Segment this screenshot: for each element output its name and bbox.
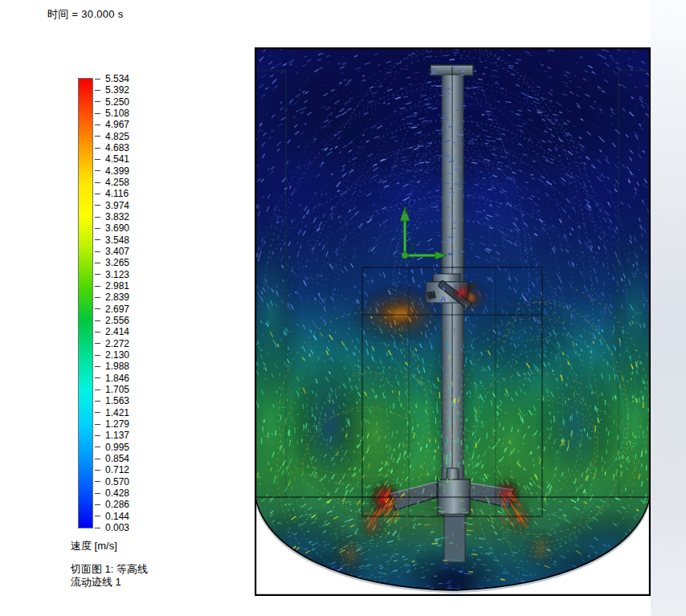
tick-mark [95, 274, 100, 275]
legend-tick: 4.116 [95, 189, 129, 198]
tick-mark [95, 424, 100, 425]
tick-value: 0.854 [105, 454, 129, 463]
tick-mark [95, 390, 100, 390]
tick-mark [95, 101, 100, 102]
legend-tick: 4.258 [95, 177, 129, 187]
tick-value: 4.967 [105, 120, 129, 129]
legend-tick: 3.407 [95, 247, 129, 256]
tick-value: 4.116 [105, 189, 129, 198]
legend-tick: 0.995 [95, 443, 129, 452]
tick-value: 1.279 [105, 419, 129, 429]
tick-value: 1.705 [105, 385, 129, 394]
legend-tick: 1.846 [95, 373, 129, 383]
flow-simulation-screen: { "header": { "time_label": "时间 = 30.000… [0, 0, 686, 616]
tick-value: 3.974 [105, 201, 129, 210]
tick-mark [95, 377, 100, 378]
tick-mark [95, 228, 100, 229]
legend-tick-list: 5.5345.3925.2505.1084.9674.8254.6834.541… [95, 78, 183, 528]
tick-value: 3.548 [105, 235, 129, 245]
tick-value: 0.286 [105, 500, 129, 509]
tick-value: 3.407 [105, 247, 129, 256]
flow-trajectories-canvas [255, 47, 651, 596]
tick-value: 3.832 [105, 212, 129, 222]
tick-mark [95, 113, 100, 114]
tick-value: 0.995 [105, 443, 129, 452]
tick-mark [95, 401, 100, 402]
tick-value: 1.421 [105, 408, 129, 418]
legend-tick: 2.981 [95, 281, 129, 291]
tick-value: 1.846 [105, 373, 129, 383]
tick-value: 5.250 [105, 97, 129, 107]
tick-value: 1.988 [105, 361, 129, 371]
tick-mark [95, 504, 100, 505]
tick-mark [95, 366, 100, 367]
tick-value: 2.981 [105, 281, 129, 291]
legend-tick: 0.428 [95, 488, 129, 498]
tick-mark [95, 124, 100, 125]
legend-tick: 3.265 [95, 258, 129, 267]
legend-tick: 1.421 [95, 408, 129, 418]
tick-value: 4.399 [105, 166, 129, 176]
tick-value: 0.003 [105, 523, 129, 532]
legend-tick: 4.399 [95, 166, 129, 176]
tick-value: 2.556 [105, 316, 129, 325]
tick-value: 4.541 [105, 154, 129, 164]
tick-value: 4.825 [105, 132, 129, 141]
tick-mark [95, 308, 100, 309]
legend-tick: 3.832 [95, 212, 129, 222]
tick-mark [95, 205, 100, 206]
tick-mark [95, 170, 100, 171]
tick-mark [95, 263, 100, 263]
legend-tick: 5.534 [95, 74, 129, 84]
legend-tick: 0.003 [95, 523, 129, 532]
tick-value: 2.130 [105, 350, 129, 360]
tick-mark [95, 447, 100, 447]
tick-mark [95, 412, 100, 413]
tick-mark [95, 516, 100, 516]
legend-tick: 3.974 [95, 201, 129, 210]
tick-mark [95, 251, 100, 252]
legend-tick: 3.123 [95, 270, 129, 279]
tick-mark [95, 148, 100, 149]
tick-mark [95, 470, 100, 471]
legend-tick: 1.279 [95, 419, 129, 429]
tick-value: 4.683 [105, 143, 129, 153]
tick-value: 2.272 [105, 339, 129, 349]
tick-mark [95, 297, 100, 298]
flow-viewport[interactable]: Y Z [255, 47, 651, 596]
legend-tick: 4.825 [95, 132, 129, 141]
tick-value: 5.392 [105, 85, 129, 95]
tick-mark [95, 194, 100, 194]
legend-tick: 1.988 [95, 361, 129, 371]
tick-value: 2.839 [105, 292, 129, 302]
legend-tick: 0.144 [95, 512, 129, 521]
tick-mark [95, 159, 100, 160]
viewport-background-gradient [651, 0, 686, 616]
tick-value: 0.712 [105, 465, 129, 475]
tick-mark [95, 332, 100, 332]
tick-value: 5.534 [105, 74, 129, 84]
tick-value: 1.563 [105, 396, 129, 406]
tick-value: 2.414 [105, 327, 129, 337]
tick-mark [95, 136, 100, 137]
tick-mark [95, 528, 100, 528]
legend-tick: 2.414 [95, 327, 129, 337]
legend-tick: 1.137 [95, 430, 129, 440]
legend-tick: 2.697 [95, 304, 129, 314]
simulation-time-label: 时间 = 30.000 s [47, 7, 124, 22]
tick-mark [95, 182, 100, 183]
tick-mark [95, 320, 100, 321]
tick-value: 0.428 [105, 488, 129, 498]
tick-mark [95, 493, 100, 494]
legend-tick: 4.683 [95, 143, 129, 153]
legend-tick: 2.839 [95, 292, 129, 302]
legend-tick: 1.705 [95, 385, 129, 394]
legend-colorbar[interactable] [78, 78, 93, 528]
legend-tick: 0.712 [95, 465, 129, 475]
tick-value: 1.137 [105, 430, 129, 440]
legend-tick: 2.272 [95, 339, 129, 349]
legend-tick: 4.967 [95, 120, 129, 129]
tick-mark [95, 90, 100, 91]
legend-unit-label: 速度 [m/s] [71, 539, 117, 553]
tick-mark [95, 355, 100, 356]
